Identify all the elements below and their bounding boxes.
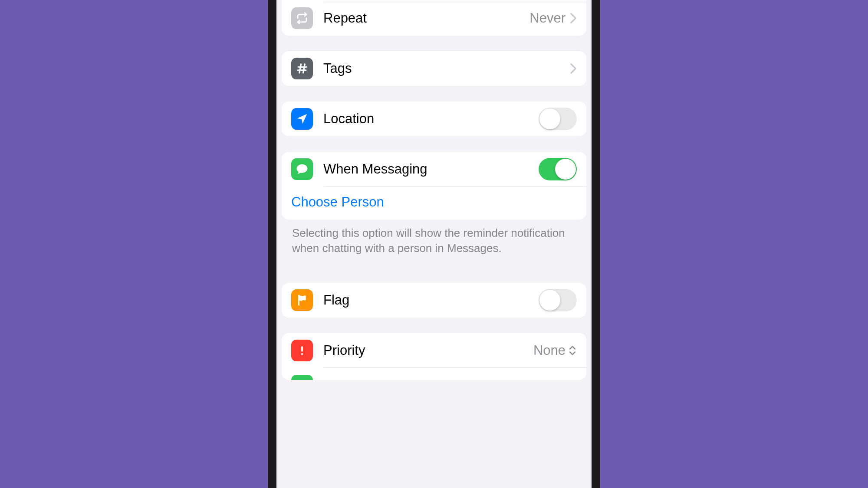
tags-label: Tags: [323, 61, 570, 76]
next-row-peek: [282, 368, 586, 380]
group-tags: Tags: [282, 51, 586, 86]
repeat-value: Never: [529, 10, 566, 26]
messaging-row: When Messaging: [282, 152, 586, 187]
hash-icon: [291, 58, 313, 79]
location-toggle[interactable]: [539, 108, 577, 130]
group-location: Location: [282, 102, 586, 136]
speech-bubble-icon: [291, 158, 313, 180]
repeat-row[interactable]: Repeat Never: [282, 1, 586, 36]
tags-row[interactable]: Tags: [282, 51, 586, 86]
group-messaging: When Messaging Choose Person: [282, 152, 586, 219]
priority-row[interactable]: Priority None: [282, 333, 586, 368]
group-repeat: Repeat Never: [282, 0, 586, 36]
messaging-label: When Messaging: [323, 161, 539, 177]
location-label: Location: [323, 111, 539, 127]
up-down-arrows-icon: [568, 344, 577, 357]
chevron-right-icon: [570, 63, 577, 74]
location-arrow-icon: [291, 108, 313, 130]
settings-content: Repeat Never: [276, 0, 592, 380]
next-icon-peek: [291, 375, 313, 380]
device-frame: Repeat Never: [268, 0, 600, 488]
exclamation-icon: [291, 340, 313, 361]
flag-label: Flag: [323, 292, 539, 308]
screen: Repeat Never: [276, 0, 592, 488]
svg-point-5: [301, 353, 303, 355]
repeat-icon: [291, 7, 313, 29]
choose-person-link: Choose Person: [291, 194, 384, 210]
flag-icon: [291, 289, 313, 311]
svg-line-3: [303, 64, 305, 73]
svg-line-2: [299, 64, 301, 73]
messaging-footer-text: Selecting this option will show the remi…: [282, 219, 586, 256]
repeat-label: Repeat: [323, 10, 529, 26]
chevron-right-icon: [570, 13, 577, 24]
priority-value: None: [533, 343, 566, 358]
flag-toggle[interactable]: [539, 289, 577, 311]
group-flag: Flag: [282, 283, 586, 318]
group-priority: Priority None: [282, 333, 586, 380]
priority-label: Priority: [323, 343, 533, 358]
svg-rect-4: [301, 346, 303, 352]
choose-person-row[interactable]: Choose Person: [282, 187, 586, 219]
flag-row: Flag: [282, 283, 586, 318]
location-row: Location: [282, 102, 586, 136]
messaging-toggle[interactable]: [539, 158, 577, 180]
